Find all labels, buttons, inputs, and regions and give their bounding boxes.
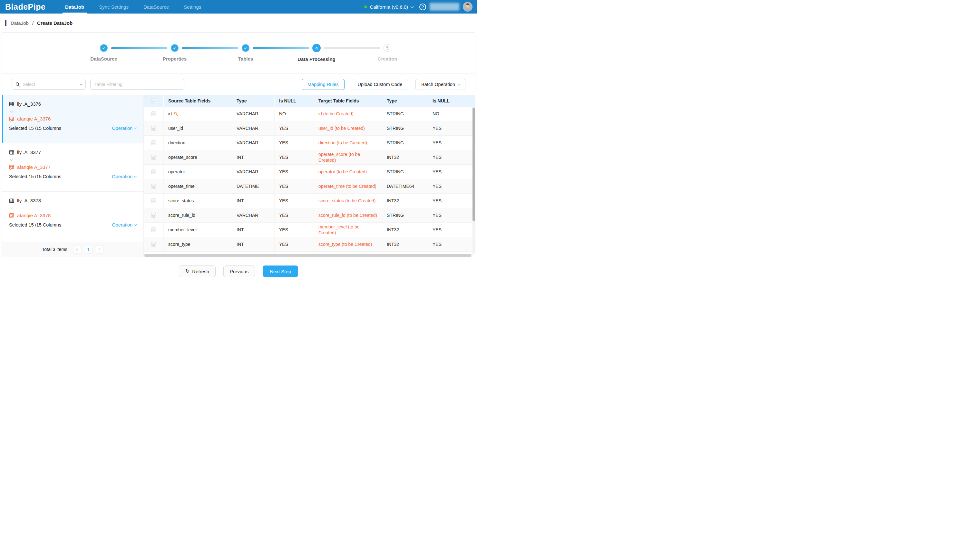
chevron-left-icon (76, 248, 79, 251)
filter-toolbar: Select Mapping Rules Upload Custom Code … (2, 74, 475, 95)
source-table-name: lly .A_3377 (17, 149, 41, 155)
source-type-cell: VARCHAR (232, 107, 274, 121)
header-cell: Is NULL (274, 95, 314, 107)
search-icon (16, 82, 20, 87)
next-step-button[interactable]: Next Step (263, 266, 298, 277)
table-pair-panel: lly .A_3376 afanqie A_3376 Selected 15 /… (2, 95, 144, 257)
table-row: operate_time DATETIME YES operate_time (… (144, 179, 475, 194)
refresh-label: Refresh (192, 269, 209, 274)
source-field-cell: operate_score (164, 150, 232, 164)
target-type-cell: INT32 (382, 150, 428, 164)
target-isnull-cell: YES (428, 150, 475, 164)
table-filter-field (90, 79, 184, 90)
header-cell: Is NULL (428, 95, 475, 107)
row-checkbox-cell (144, 150, 164, 164)
table-pair-card[interactable]: lly .A_3376 afanqie A_3376 Selected 15 /… (2, 95, 143, 143)
step-check-icon: ✓ (100, 44, 108, 52)
row-checkbox[interactable] (151, 140, 156, 145)
horizontal-scrollbar-thumb[interactable] (144, 254, 471, 257)
row-checkbox-cell (144, 121, 164, 135)
row-checkbox[interactable] (151, 199, 156, 203)
page-number-button[interactable]: 1 (84, 245, 92, 254)
table-row: operate_score INT YES operate_score (to … (144, 150, 475, 165)
source-field-name: score_rule_id (168, 212, 195, 218)
step-datasource[interactable]: ✓DataSource (68, 44, 139, 62)
top-navbar: BladePipe DataJobSync SettingsDataSource… (0, 0, 477, 14)
target-field-cell: id (to be Created) (314, 107, 382, 121)
row-checkbox[interactable] (151, 184, 156, 189)
next-page-button[interactable] (95, 245, 103, 254)
app-logo: BladePipe (5, 2, 61, 12)
breadcrumb-section[interactable]: DataJob (11, 20, 29, 26)
source-field-cell: member_level (164, 222, 232, 237)
datasource-select[interactable]: Select (12, 79, 86, 90)
source-type-cell: VARCHAR (232, 136, 274, 150)
table-row: member_level INT YES member_level (to be… (144, 222, 475, 237)
target-isnull-cell: NO (428, 107, 475, 121)
table-row: score_rule_id VARCHAR YES score_rule_id … (144, 208, 475, 222)
avatar[interactable] (463, 2, 472, 12)
step-properties[interactable]: ✓Properties (139, 44, 210, 62)
help-icon[interactable]: ? (419, 3, 426, 10)
operation-dropdown[interactable]: Operation (112, 174, 136, 179)
source-isnull-cell: YES (274, 208, 314, 222)
username-masked[interactable] (430, 3, 459, 11)
row-checkbox[interactable] (151, 242, 156, 247)
previous-button[interactable]: Previous (223, 266, 255, 277)
batch-operation-button[interactable]: Batch Operation (415, 79, 465, 90)
source-table-name: lly .A_3376 (17, 101, 41, 107)
target-type-cell: DATETIME64 (382, 179, 428, 193)
operation-dropdown[interactable]: Operation (112, 222, 136, 227)
row-checkbox-cell (144, 222, 164, 237)
mapping-rules-button[interactable]: Mapping Rules (302, 79, 344, 90)
table-pair-card[interactable]: lly .A_3377 afanqie A_3377 Selected 15 /… (2, 143, 143, 192)
pagination-bar: Total 3 items 1 (2, 242, 143, 257)
step-number: 5 (383, 44, 391, 52)
target-field-cell: direction (to be Created) (314, 136, 382, 150)
refresh-button[interactable]: ↻ Refresh (179, 266, 216, 277)
operation-label: Operation (112, 174, 132, 179)
table-row: score_type INT YES score_type (to be Cre… (144, 237, 475, 252)
operation-dropdown[interactable]: Operation (112, 126, 136, 131)
row-checkbox[interactable] (151, 155, 156, 160)
source-type-cell: INT (232, 222, 274, 237)
step-creation[interactable]: 5Creation (352, 44, 423, 62)
status-dot (364, 5, 367, 8)
source-type-cell: INT (232, 237, 274, 251)
target-field-cell: operator (to be Created) (314, 165, 382, 179)
chevron-down-icon[interactable] (10, 206, 13, 209)
row-checkbox[interactable] (151, 227, 156, 232)
source-type-cell: DATETIME (232, 179, 274, 193)
select-all-checkbox[interactable] (151, 99, 156, 103)
nav-tab-sync-settings[interactable]: Sync Settings (94, 0, 133, 14)
chevron-down-icon[interactable] (10, 157, 13, 161)
chevron-down-icon[interactable] (10, 109, 13, 112)
prev-page-button[interactable] (73, 245, 81, 254)
row-checkbox-cell (144, 208, 164, 222)
target-type-cell: STRING (382, 121, 428, 135)
table-pair-card[interactable]: lly .A_3378 afanqie A_3378 Selected 15 /… (2, 192, 143, 240)
operation-label: Operation (112, 126, 132, 131)
row-checkbox[interactable] (151, 126, 156, 131)
nav-tab-datasource[interactable]: DataSource (139, 0, 173, 14)
row-checkbox[interactable] (151, 213, 156, 218)
nav-tab-settings[interactable]: Settings (179, 0, 206, 14)
avatar-illustration (463, 2, 472, 12)
environment-selector[interactable]: California (v0.6.0) (364, 4, 413, 10)
source-type-cell: VARCHAR (232, 165, 274, 179)
step-data-processing[interactable]: 4Data Processing (281, 44, 352, 62)
table-pair-list: lly .A_3376 afanqie A_3376 Selected 15 /… (2, 95, 143, 240)
table-filter-input[interactable] (94, 82, 180, 87)
upload-custom-code-button[interactable]: Upload Custom Code (352, 79, 408, 90)
target-field-cell: member_level (to be Created) (314, 222, 382, 237)
environment-label: California (v0.6.0) (370, 4, 408, 10)
vertical-scrollbar-thumb[interactable] (472, 107, 475, 221)
step-label: Tables (238, 56, 253, 62)
step-tables[interactable]: ✓Tables (210, 44, 281, 62)
target-field-cell: operate_score (to be Created) (314, 150, 382, 164)
row-checkbox[interactable] (151, 112, 156, 116)
row-checkbox[interactable] (151, 170, 156, 174)
source-field-name: id (168, 111, 172, 117)
nav-tab-datajob[interactable]: DataJob (61, 0, 89, 14)
row-checkbox-cell (144, 237, 164, 251)
